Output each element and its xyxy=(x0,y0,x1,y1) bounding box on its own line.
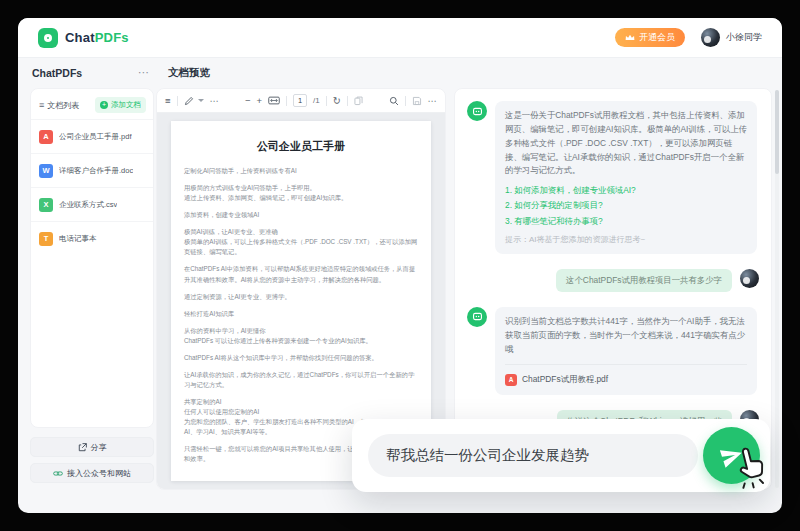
workspace-title: ChatPDFs xyxy=(32,67,82,79)
app-logo-icon xyxy=(38,28,58,48)
user-name: 小徐同学 xyxy=(726,31,762,44)
page-number-input[interactable]: 1 xyxy=(293,94,307,107)
file-item-csv[interactable]: X 企业联系方式.csv xyxy=(31,187,153,221)
crown-icon xyxy=(625,33,635,42)
file-name: 企业联系方式.csv xyxy=(59,200,117,210)
user-message-text: 这个ChatPDFs试用教程项目一共有多少字 xyxy=(556,269,732,292)
toolbar-more2-icon[interactable]: ⋯ xyxy=(428,96,438,106)
scrollbar-thumb[interactable] xyxy=(775,90,779,174)
zoom-out-icon[interactable]: − xyxy=(245,96,251,106)
ai-hint-text: 提示：AI将基于您添加的资源进行思考~ xyxy=(505,233,747,246)
ai-message-text: 这是一份关于ChatPDFs试用教程文档，其中包括上传资料、添加网页、编辑笔记，… xyxy=(505,109,747,178)
link-icon xyxy=(53,469,63,478)
chat-message-user: 这个ChatPDFs试用教程项目一共有多少字 xyxy=(467,269,759,292)
document-paragraph: 让AI承载你的知识，成为你的永久记忆，通过ChatPDFs，你可以开启一个全新的… xyxy=(184,370,418,390)
tab-document-preview[interactable]: 文档预览 xyxy=(168,66,210,80)
pdf-file-icon: A xyxy=(505,374,517,386)
document-paragraph: 定制化AI问答助手，上传资料训练专有AI xyxy=(184,166,418,176)
screen: ChatPDFs 开通会员 小徐同学 ChatPDFs ⋯ ≡ xyxy=(0,0,800,531)
document-paragraph: 轻松打造AI知识库 xyxy=(184,309,418,319)
word-file-icon: W xyxy=(39,164,53,178)
suggestion-link[interactable]: 2. 如何分享我的定制项目? xyxy=(505,198,747,213)
file-name: 详细客户合作手册.doc xyxy=(59,166,133,176)
attachment-name: ChatPDFs试用教程.pdf xyxy=(522,373,608,387)
suggestion-link[interactable]: 1. 如何添加资料，创建专业领域AI? xyxy=(505,183,747,198)
page-total-label: /1 xyxy=(313,96,320,105)
zoom-in-icon[interactable]: + xyxy=(256,96,262,106)
app-logo-text: ChatPDFs xyxy=(65,30,129,45)
note-file-icon: T xyxy=(39,232,53,246)
fit-width-icon[interactable] xyxy=(268,96,280,105)
send-button[interactable] xyxy=(703,427,760,484)
file-item-doc[interactable]: W 详细客户合作手册.doc xyxy=(31,153,153,187)
connect-official-account-button[interactable]: 接入公众号和网站 xyxy=(30,463,154,483)
csv-file-icon: X xyxy=(39,198,53,212)
save-icon[interactable] xyxy=(412,96,422,106)
document-list-panel: ≡ 文档列表 + 添加文档 A 公司企业员工手册.pdf W 详细客户合作手册.… xyxy=(30,88,154,428)
suggestion-link[interactable]: 3. 有哪些笔记和待办事项? xyxy=(505,214,747,229)
membership-button[interactable]: 开通会员 xyxy=(615,28,685,47)
share-button[interactable]: 分享 xyxy=(30,437,154,457)
document-list-label: ≡ 文档列表 xyxy=(39,100,79,111)
user-account[interactable]: 小徐同学 xyxy=(701,28,762,47)
rotate-icon[interactable]: ↻ xyxy=(333,96,341,106)
document-paragraph: 在ChatPDFs AI中添加资料，可以帮助AI系统更好地适应特定的领域或任务，… xyxy=(184,264,418,284)
search-icon[interactable] xyxy=(389,96,399,106)
file-item-pdf[interactable]: A 公司企业员工手册.pdf xyxy=(31,119,153,153)
document-paragraph: 添加资料，创建专业领域AI xyxy=(184,210,418,220)
ai-avatar xyxy=(467,307,487,327)
membership-label: 开通会员 xyxy=(639,31,675,44)
share-icon xyxy=(78,443,87,452)
ai-avatar xyxy=(467,101,487,121)
ai-message-text: 识别到当前文档总字数共计441字，当然作为一个AI助手，我无法获取当前页面的字数… xyxy=(505,315,747,357)
file-name: 电话记事本 xyxy=(59,234,97,244)
composer-card xyxy=(352,419,770,492)
chat-bot-icon xyxy=(472,106,483,117)
document-paragraph: 用极简的方式训练专业AI问答助手，上手即用。 通过上传资料、添加网页、编辑笔记，… xyxy=(184,183,418,203)
top-bar: ChatPDFs 开通会员 小徐同学 xyxy=(18,18,782,58)
plus-icon: + xyxy=(100,101,108,109)
paper-plane-icon xyxy=(715,439,748,472)
chat-message-ai: 这是一份关于ChatPDFs试用教程文档，其中包括上传资料、添加网页、编辑笔记，… xyxy=(467,101,759,254)
chat-input[interactable] xyxy=(368,434,698,477)
user-avatar xyxy=(701,28,720,47)
document-paragraph: 通过定制资源，让AI更专业、更博学。 xyxy=(184,292,418,302)
chat-message-ai: 识别到当前文档总字数共计441字，当然作为一个AI助手，我无法获取当前页面的字数… xyxy=(467,307,759,395)
workspace-more-icon[interactable]: ⋯ xyxy=(138,66,150,79)
file-item-note[interactable]: T 电话记事本 xyxy=(31,221,153,255)
user-avatar xyxy=(740,269,759,288)
file-name: 公司企业员工手册.pdf xyxy=(59,132,132,142)
pen-dropdown-caret[interactable] xyxy=(198,99,204,102)
document-title: 公司企业员工手册 xyxy=(184,139,418,154)
thumbnails-icon[interactable]: ≡ xyxy=(165,96,171,106)
add-document-button[interactable]: + 添加文档 xyxy=(95,97,146,113)
document-paragraph: 极简AI训练，让AI更专业、更准确 极简单的AI训练，可以上传多种格式文件（.P… xyxy=(184,227,418,257)
highlighter-pen-icon[interactable] xyxy=(184,96,194,106)
document-paragraph: ChatPDFs AI将从这个知识库中学习，并帮助你找到任何问题的答案。 xyxy=(184,353,418,363)
document-paragraph: 从你的资料中学习，AI更懂你 ChatPDFs 可以让你通过上传各种资源来创建一… xyxy=(184,326,418,346)
toolbar-more-icon[interactable]: ⋯ xyxy=(210,96,220,106)
scrollbar-track xyxy=(775,90,779,488)
chat-bot-icon xyxy=(472,311,483,322)
attachment-chip[interactable]: A ChatPDFs试用教程.pdf xyxy=(505,364,747,387)
list-icon: ≡ xyxy=(39,100,44,110)
pdf-toolbar: ≡ ⋯ − + xyxy=(157,89,445,113)
pdf-file-icon: A xyxy=(39,130,53,144)
copy-page-icon[interactable] xyxy=(354,96,363,106)
